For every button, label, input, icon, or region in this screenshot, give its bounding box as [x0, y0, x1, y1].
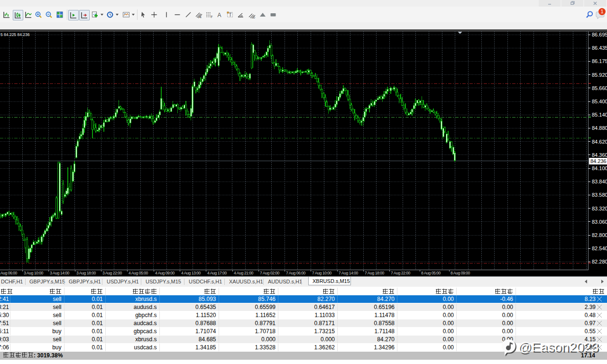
svg-text:E: E	[200, 16, 202, 18]
svg-text:8 Aug 05:00: 8 Aug 05:00	[421, 271, 441, 275]
svg-text:84.100: 84.100	[592, 165, 607, 171]
svg-text:4 Aug 21:00: 4 Aug 21:00	[234, 271, 254, 275]
svg-text:3 Aug 06:00: 3 Aug 06:00	[0, 271, 18, 275]
svg-text:3 Aug 10:00: 3 Aug 10:00	[24, 271, 44, 275]
svg-text:3 Aug 22:00: 3 Aug 22:00	[102, 271, 122, 275]
svg-text:D: D	[253, 16, 255, 18]
svg-text:7 Aug 22:00: 7 Aug 22:00	[391, 271, 411, 275]
svg-text:82.280: 82.280	[592, 259, 607, 264]
svg-text:86.695: 86.695	[592, 32, 607, 37]
svg-text:85.920: 85.920	[592, 72, 607, 78]
svg-text:83.580: 83.580	[592, 192, 607, 198]
svg-text:7 Aug 10:00: 7 Aug 10:00	[312, 271, 332, 275]
svg-text:85.400: 85.400	[592, 99, 607, 104]
svg-text:5 84.225 84.236: 5 84.225 84.236	[0, 32, 30, 37]
svg-text:84.880: 84.880	[592, 125, 607, 131]
svg-text:8 Aug 09:00: 8 Aug 09:00	[451, 271, 470, 275]
svg-text:82.800: 82.800	[592, 232, 607, 238]
svg-text:86.175: 86.175	[592, 58, 607, 64]
svg-text:F: F	[211, 15, 212, 18]
svg-text:83.060: 83.060	[592, 219, 607, 225]
svg-text:83.320: 83.320	[592, 206, 607, 211]
svg-text:7 Aug 06:00: 7 Aug 06:00	[286, 271, 306, 275]
svg-text:82.540: 82.540	[592, 246, 607, 251]
svg-text:T: T	[229, 12, 231, 18]
svg-text:7 Aug 14:00: 7 Aug 14:00	[339, 271, 359, 275]
svg-text:3 Aug 14:00: 3 Aug 14:00	[50, 271, 70, 275]
svg-text:84.620: 84.620	[592, 139, 607, 145]
svg-text:86.435: 86.435	[592, 45, 607, 51]
svg-text:4 Aug 17:00: 4 Aug 17:00	[207, 271, 227, 275]
svg-text:85.140: 85.140	[592, 112, 607, 118]
svg-text:7 Aug 18:00: 7 Aug 18:00	[365, 271, 385, 275]
svg-text:83.840: 83.840	[592, 179, 607, 184]
svg-text:7 Aug 02:00: 7 Aug 02:00	[260, 271, 280, 275]
svg-text:84.360: 84.360	[592, 152, 607, 158]
svg-text:4 Aug 09:00: 4 Aug 09:00	[155, 271, 175, 275]
svg-text:4 Aug 05:00: 4 Aug 05:00	[129, 271, 148, 275]
svg-text:4 Aug 13:00: 4 Aug 13:00	[181, 271, 201, 275]
svg-text:A: A	[217, 11, 221, 18]
svg-text:3 Aug 18:00: 3 Aug 18:00	[76, 271, 96, 275]
svg-text:84.236: 84.236	[590, 158, 607, 164]
svg-text:85.660: 85.660	[592, 85, 607, 91]
